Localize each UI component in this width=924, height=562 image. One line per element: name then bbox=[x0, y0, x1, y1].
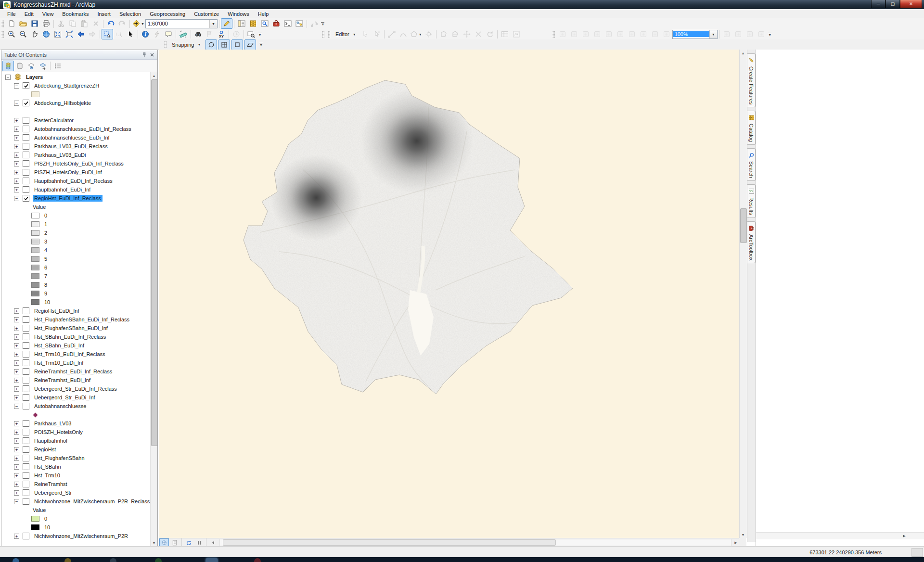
delete-button[interactable] bbox=[90, 18, 102, 29]
layer-visibility-checkbox[interactable] bbox=[23, 333, 29, 340]
dock-tab-arctoolbox[interactable]: ArcToolbox bbox=[747, 221, 756, 263]
layer-visibility-checkbox[interactable] bbox=[23, 394, 29, 401]
toolbar-grip[interactable] bbox=[328, 31, 330, 38]
toc-close-button[interactable] bbox=[148, 51, 156, 58]
back-extent-button[interactable] bbox=[75, 29, 87, 39]
toc-row-hauptbahnhof-eudi-inf[interactable]: +Hauptbahnhof_EuDi_Inf bbox=[2, 185, 150, 194]
expand-expander[interactable]: + bbox=[14, 179, 19, 184]
expand-expander[interactable]: + bbox=[14, 127, 19, 132]
layer-visibility-checkbox[interactable] bbox=[23, 385, 29, 392]
map-scroll-right-arrow[interactable]: ▶ bbox=[732, 540, 739, 546]
editor-menu-button[interactable]: Editor▼ bbox=[332, 29, 359, 39]
maximize-button[interactable]: ▢ bbox=[886, 0, 900, 8]
toc-row-piszh-hotelsonly-eudi-inf-reclass[interactable]: +PISZH_HotelsOnly_EuDi_Inf_Reclass bbox=[2, 159, 150, 168]
select-elements-tool[interactable] bbox=[125, 29, 136, 39]
layer-visibility-checkbox[interactable] bbox=[23, 195, 29, 202]
layer-visibility-checkbox[interactable] bbox=[23, 498, 29, 505]
expand-expander[interactable]: + bbox=[14, 334, 19, 340]
fixed-zoom-out-button[interactable] bbox=[64, 29, 75, 39]
rotate-tool[interactable] bbox=[484, 29, 496, 39]
refresh-view-button[interactable] bbox=[184, 538, 193, 547]
menu-geoprocessing[interactable]: Geoprocessing bbox=[145, 10, 190, 18]
zoom-out-tool[interactable] bbox=[17, 29, 29, 39]
find-tool[interactable] bbox=[192, 29, 204, 39]
toc-row-regiohst-eudi-inf-reclass[interactable]: −RegioHst_EuDi_Inf_Reclass bbox=[2, 194, 150, 203]
expand-expander[interactable]: + bbox=[14, 447, 19, 452]
map-scroll-down-arrow[interactable]: ▼ bbox=[740, 532, 746, 537]
layer-visibility-checkbox[interactable] bbox=[23, 420, 29, 427]
effects-button-4[interactable] bbox=[756, 29, 767, 39]
cut-button[interactable] bbox=[55, 18, 67, 29]
toc-row-hauptbahnhof[interactable]: +Hauptbahnhof bbox=[2, 436, 150, 445]
toc-row-value[interactable]: Value bbox=[2, 506, 150, 514]
toolbar-grip[interactable] bbox=[322, 31, 324, 38]
map-scroll-up-arrow[interactable]: ▲ bbox=[740, 50, 746, 56]
map-horizontal-scrollbar[interactable] bbox=[219, 539, 732, 546]
layer-visibility-checkbox[interactable] bbox=[23, 160, 29, 167]
trace-tool[interactable] bbox=[423, 29, 435, 39]
toolbar-overflow-button[interactable]: ▼ bbox=[257, 30, 263, 38]
toc-pin-button[interactable] bbox=[141, 51, 148, 58]
edge-snapping-toggle[interactable] bbox=[244, 39, 256, 50]
identify-tool[interactable] bbox=[140, 29, 151, 39]
toc-row-regiohst-eudi-inf[interactable]: +RegioHst_EuDi_Inf bbox=[2, 307, 150, 315]
georeferencing-button-2[interactable] bbox=[568, 29, 580, 39]
toc-row-regiohst[interactable]: +RegioHst bbox=[2, 445, 150, 454]
snapping-menu-button[interactable]: Snapping▼ bbox=[168, 40, 204, 50]
zoom-in-tool[interactable] bbox=[6, 29, 17, 39]
menu-customize[interactable]: Customize bbox=[190, 10, 223, 18]
reshape-feature-tool[interactable] bbox=[449, 29, 461, 39]
attributes-button[interactable] bbox=[499, 29, 511, 39]
expand-expander[interactable]: + bbox=[14, 153, 19, 158]
fixed-zoom-in-button[interactable] bbox=[52, 29, 64, 39]
go-to-xy-tool[interactable]: XY bbox=[216, 29, 227, 39]
expand-expander[interactable]: + bbox=[14, 118, 19, 123]
select-features-tool[interactable] bbox=[102, 29, 113, 39]
toolbar-grip[interactable] bbox=[1, 31, 4, 38]
viewer-window-button[interactable] bbox=[245, 29, 257, 39]
toc-row-7[interactable]: 7 bbox=[2, 272, 150, 281]
toc-row-layers[interactable]: −Layers bbox=[2, 73, 150, 81]
edit-annotation-tool[interactable] bbox=[371, 29, 383, 39]
toc-row-hst-flughafensbahn-eudi-inf[interactable]: +Hst_FlughafenSBahn_EuDi_Inf bbox=[2, 324, 150, 332]
edit-tool[interactable] bbox=[359, 29, 371, 39]
toc-row-8[interactable]: 8 bbox=[2, 281, 150, 289]
toc-row-abdeckung-hilfsobjekte[interactable]: −Abdeckung_Hilfsobjekte bbox=[2, 99, 150, 107]
pan-tool[interactable] bbox=[29, 29, 40, 39]
toc-legend-row[interactable] bbox=[2, 90, 150, 99]
georeferencing-button-5[interactable] bbox=[603, 29, 615, 39]
arctoolbox-window-button[interactable] bbox=[270, 18, 282, 29]
layer-visibility-checkbox[interactable] bbox=[23, 437, 29, 444]
toc-row-parkhaus-lv03-eudi[interactable]: +Parkhaus_LV03_EuDi bbox=[2, 151, 150, 159]
search-window-button[interactable] bbox=[259, 18, 270, 29]
toc-row-rastercalculator[interactable]: +RasterCalculator bbox=[2, 116, 150, 125]
raster-button-4[interactable] bbox=[649, 29, 661, 39]
hyperlink-tool[interactable] bbox=[151, 29, 163, 39]
layer-visibility-checkbox[interactable] bbox=[23, 100, 29, 106]
effects-button-1[interactable] bbox=[721, 29, 732, 39]
collapse-expander[interactable]: − bbox=[14, 404, 19, 409]
menu-view[interactable]: View bbox=[38, 10, 58, 18]
toc-row-6[interactable]: 6 bbox=[2, 263, 150, 272]
toc-row-9[interactable]: 9 bbox=[2, 289, 150, 298]
layer-visibility-checkbox[interactable] bbox=[23, 117, 29, 124]
toc-legend-row[interactable] bbox=[2, 107, 150, 116]
toolbar-grip[interactable] bbox=[164, 41, 167, 48]
toc-row-hst-trm10-eudi-inf-reclass[interactable]: +Hst_Trm10_EuDi_Inf_Reclass bbox=[2, 350, 150, 358]
toc-row-value[interactable]: Value bbox=[2, 203, 150, 211]
dock-scroll-right-arrow[interactable]: ▶ bbox=[901, 533, 907, 538]
toc-row-0[interactable]: 0 bbox=[2, 514, 150, 523]
toc-legend-row[interactable] bbox=[2, 410, 150, 419]
connect-folder-button[interactable] bbox=[308, 18, 320, 29]
expand-expander[interactable]: + bbox=[14, 430, 19, 435]
toc-row-reinetramhst-eudi-inf[interactable]: +ReineTramhst_EuDi_Inf bbox=[2, 376, 150, 384]
toc-row-1[interactable]: 1 bbox=[2, 220, 150, 229]
toc-row-hst-trm10-eudi-inf[interactable]: +Hst_Trm10_EuDi_Inf bbox=[2, 358, 150, 367]
toc-row-hst-trm10[interactable]: +Hst_Trm10 bbox=[2, 471, 150, 480]
expand-expander[interactable]: + bbox=[14, 308, 19, 314]
layer-visibility-checkbox[interactable] bbox=[23, 368, 29, 375]
layer-visibility-checkbox[interactable] bbox=[23, 316, 29, 323]
expand-expander[interactable]: + bbox=[14, 386, 19, 392]
expand-expander[interactable]: + bbox=[14, 464, 19, 470]
toolbar-grip[interactable] bbox=[1, 20, 4, 27]
